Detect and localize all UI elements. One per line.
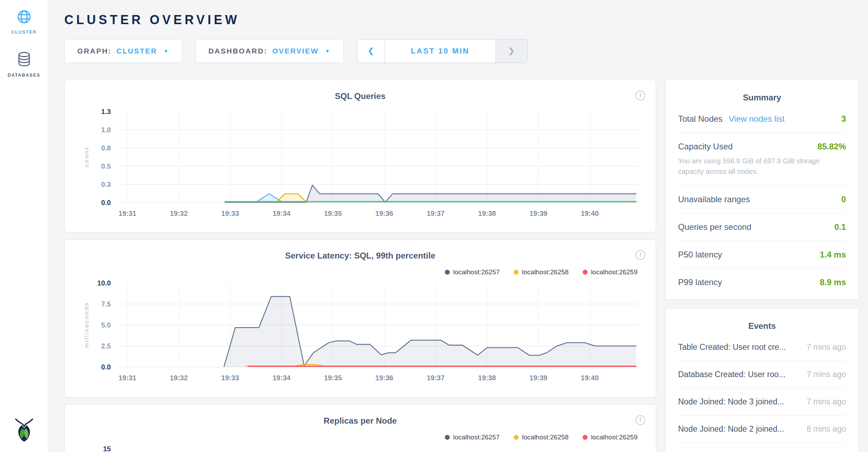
summary-panel: Summary Total Nodes View nodes list 3 Ca…: [665, 80, 859, 300]
info-icon[interactable]: !: [635, 250, 645, 260]
legend-label: localhost:26259: [591, 268, 638, 276]
event-title: Table Created: User root cre...: [678, 342, 786, 352]
legend-item[interactable]: localhost:26259: [583, 268, 638, 276]
event-row: Node Joined: Node 2 joined... 8 mins ago: [678, 416, 846, 443]
summary-row-value: 8.9 ms: [820, 277, 846, 287]
chevron-left-icon: ❮: [368, 47, 374, 56]
svg-text:19:35: 19:35: [324, 374, 342, 382]
time-range-prev-button[interactable]: ❮: [357, 40, 385, 63]
caret-down-icon: ▼: [325, 48, 330, 54]
legend-dot-icon: [514, 435, 519, 440]
svg-text:19:40: 19:40: [581, 374, 599, 382]
svg-text:19:40: 19:40: [581, 210, 599, 217]
svg-text:0.3: 0.3: [101, 181, 111, 188]
legend-label: localhost:26257: [453, 433, 500, 441]
legend-item[interactable]: localhost:26258: [514, 268, 569, 276]
legend-item[interactable]: localhost:26257: [445, 268, 500, 276]
event-row: Node Joined: Node 1 joined... 8 mins ago: [678, 443, 846, 452]
svg-text:19:36: 19:36: [375, 210, 393, 217]
event-time: 8 mins ago: [806, 424, 846, 434]
legend-item[interactable]: localhost:26258: [514, 433, 569, 441]
chevron-right-icon: ❯: [508, 47, 514, 56]
chart-title: SQL Queries: [74, 91, 646, 101]
graph-dropdown-label: GRAPH:: [77, 47, 112, 55]
legend-dot-icon: [445, 270, 450, 275]
svg-text:19:33: 19:33: [221, 210, 239, 217]
capacity-label: Capacity Used: [678, 142, 733, 151]
legend-dot-icon: [583, 435, 588, 440]
svg-text:19:34: 19:34: [272, 210, 291, 217]
dashboard-dropdown-value: OVERVIEW: [272, 47, 319, 55]
globe-icon: [16, 20, 32, 26]
svg-text:0.5: 0.5: [101, 162, 111, 170]
info-icon[interactable]: !: [635, 91, 645, 100]
legend-label: localhost:26258: [522, 268, 569, 276]
svg-text:0.8: 0.8: [101, 144, 111, 152]
chart-legend: localhost:26257localhost:26258localhost:…: [74, 433, 638, 441]
legend-label: localhost:26257: [453, 268, 500, 276]
chart-card-replicas-per-node: Replicas per Node!localhost:26257localho…: [64, 404, 656, 452]
svg-text:2.5: 2.5: [101, 342, 111, 350]
page-title: CLUSTER OVERVIEW: [64, 13, 859, 27]
summary-row-value: 0.1: [834, 222, 846, 232]
svg-text:0.0: 0.0: [101, 363, 111, 371]
summary-heading: Summary: [678, 93, 846, 103]
time-range-next-button[interactable]: ❯: [496, 40, 527, 63]
summary-row-label: Queries per second: [678, 222, 751, 232]
svg-text:19:33: 19:33: [221, 374, 239, 382]
database-icon: [17, 63, 31, 69]
capacity-value: 85.82%: [818, 142, 846, 151]
svg-text:count: count: [83, 147, 90, 168]
legend-dot-icon: [583, 270, 588, 275]
time-range-value[interactable]: LAST 10 MIN: [385, 40, 496, 63]
graph-dropdown-value: CLUSTER: [116, 47, 157, 55]
sidebar-item-cluster[interactable]: CLUSTER: [0, 9, 48, 35]
chart-plot: 1.31.00.80.50.30.0count19:3119:3219:3319…: [74, 107, 646, 222]
summary-row-p99-latency: P99 latency 8.9 ms: [678, 269, 846, 296]
summary-row-capacity: Capacity Used 85.82% You are using 598.9…: [678, 133, 846, 186]
legend-item[interactable]: localhost:26259: [583, 433, 638, 441]
legend-item[interactable]: localhost:26257: [445, 433, 500, 441]
svg-text:19:39: 19:39: [529, 210, 547, 217]
legend-label: localhost:26259: [591, 433, 638, 441]
svg-text:19:32: 19:32: [170, 374, 188, 382]
cockroachdb-logo-icon: [13, 417, 35, 444]
controls-bar: GRAPH: CLUSTER ▼ DASHBOARD: OVERVIEW ▼ ❮…: [64, 39, 859, 63]
svg-text:19:39: 19:39: [529, 374, 547, 382]
side-column: Summary Total Nodes View nodes list 3 Ca…: [665, 80, 859, 452]
info-icon[interactable]: !: [635, 415, 645, 425]
chart-legend: localhost:26257localhost:26258localhost:…: [74, 268, 638, 276]
svg-text:19:35: 19:35: [324, 210, 342, 217]
graph-dropdown[interactable]: GRAPH: CLUSTER ▼: [64, 39, 182, 63]
summary-row-total-nodes: Total Nodes View nodes list 3: [678, 105, 846, 133]
svg-text:19:32: 19:32: [170, 210, 188, 217]
chart-plot: 10.07.55.02.50.0milliseconds19:3119:3219…: [74, 279, 646, 387]
chart-card-service-latency: Service Latency: SQL, 99th percentile!lo…: [64, 239, 656, 397]
event-time: 7 mins ago: [806, 342, 846, 352]
sidebar-item-label: DATABASES: [0, 72, 48, 78]
dashboard-dropdown[interactable]: DASHBOARD: OVERVIEW ▼: [195, 39, 344, 63]
svg-text:1.0: 1.0: [101, 126, 111, 134]
chart-title: Replicas per Node: [74, 416, 646, 426]
summary-row-queries-per-second: Queries per second 0.1: [678, 213, 846, 241]
sidebar-item-databases[interactable]: DATABASES: [0, 51, 48, 78]
svg-text:19:38: 19:38: [478, 374, 496, 382]
view-nodes-list-link[interactable]: View nodes list: [729, 114, 785, 124]
svg-text:19:37: 19:37: [427, 210, 444, 217]
chart-title: Service Latency: SQL, 99th percentile: [74, 251, 646, 261]
charts-column: SQL Queries!1.31.00.80.50.30.0count19:31…: [64, 80, 656, 452]
sidebar-item-label: CLUSTER: [0, 29, 48, 35]
svg-text:19:37: 19:37: [427, 374, 444, 382]
summary-row-unavailable-ranges: Unavailable ranges 0: [678, 186, 846, 213]
svg-text:milliseconds: milliseconds: [83, 302, 90, 348]
summary-row-value: 1.4 ms: [820, 250, 846, 260]
legend-label: localhost:26258: [522, 433, 569, 441]
summary-row-p50-latency: P50 latency 1.4 ms: [678, 241, 846, 269]
summary-row-label: P50 latency: [678, 250, 722, 260]
legend-dot-icon: [514, 270, 519, 275]
event-time: 7 mins ago: [806, 370, 846, 379]
chart-card-sql-queries: SQL Queries!1.31.00.80.50.30.0count19:31…: [64, 80, 656, 232]
event-title: Node Joined: Node 3 joined...: [678, 397, 784, 407]
svg-text:19:31: 19:31: [119, 374, 136, 382]
event-row: Table Created: User root cre... 7 mins a…: [678, 334, 846, 361]
